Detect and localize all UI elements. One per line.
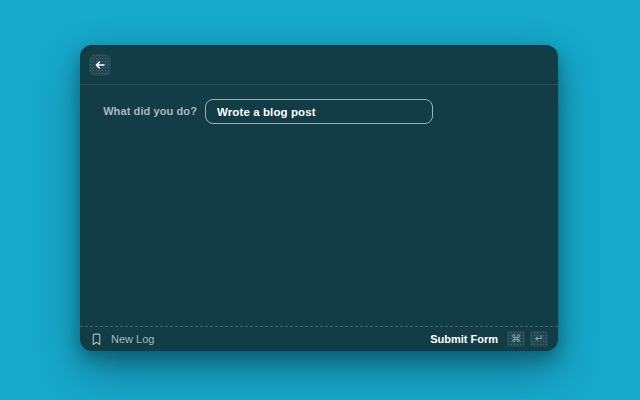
what-did-you-do-input[interactable]: [205, 99, 433, 124]
submit-form-label: Submit Form: [430, 333, 498, 345]
arrow-left-icon: [94, 59, 106, 71]
new-log-label: New Log: [111, 333, 154, 345]
form-label: What did you do?: [80, 99, 197, 124]
form-row: What did you do?: [80, 99, 558, 124]
window-header: [80, 45, 558, 85]
return-key-icon: ↵: [530, 331, 548, 347]
submit-form-button[interactable]: Submit Form ⌘ ↵: [430, 331, 548, 347]
new-log-item: New Log: [90, 333, 154, 346]
command-key-icon: ⌘: [507, 331, 525, 347]
form-window: What did you do? New Log Submit Form ⌘ ↵: [80, 45, 558, 351]
back-button[interactable]: [89, 54, 111, 76]
bookmark-icon: [90, 333, 103, 346]
footer-bar: New Log Submit Form ⌘ ↵: [80, 326, 558, 351]
